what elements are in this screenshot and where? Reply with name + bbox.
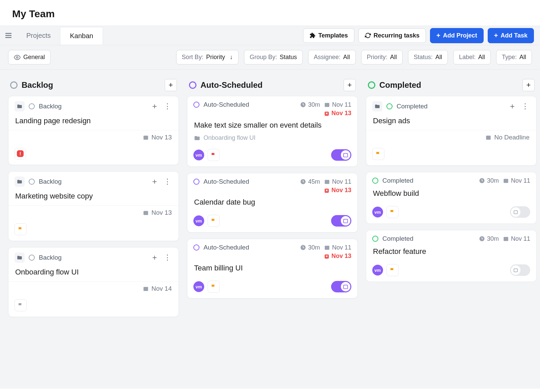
folder-icon [15, 253, 25, 263]
column-header: Completed + [366, 77, 537, 96]
kanban-board: Backlog + Backlog + ⋮ Landing page redes… [0, 70, 540, 389]
clock-icon [300, 244, 306, 251]
priority-filter[interactable]: Priority: All [361, 50, 403, 64]
task-title: Team billing UI [187, 262, 357, 277]
task-card[interactable]: Auto-Scheduled 30m Nov 11 Nov 13 Team bi… [187, 239, 358, 298]
flag-chip[interactable] [208, 281, 220, 293]
status-label: Backlog [39, 178, 62, 185]
flag-chip[interactable] [372, 148, 384, 160]
sort-by-selector[interactable]: Sort By: Priority ↓ [176, 50, 239, 64]
flag-chip[interactable] [15, 223, 27, 235]
clock-icon [479, 236, 485, 242]
flag-chip[interactable] [386, 264, 399, 276]
templates-button[interactable]: Templates [303, 28, 354, 43]
task-card[interactable]: Auto-Scheduled 45m Nov 11 Nov 13 Calenda… [187, 173, 358, 233]
column-backlog: Backlog + Backlog + ⋮ Landing page redes… [8, 77, 179, 381]
calendar-icon [143, 210, 149, 216]
svg-rect-20 [486, 136, 491, 140]
status-label: Completed [397, 103, 428, 110]
task-card[interactable]: Auto-Scheduled 30m Nov 11 Nov 13 Make te… [187, 96, 358, 167]
status-icon [29, 255, 35, 261]
card-menu-button[interactable]: ⋮ [162, 177, 172, 187]
status-icon [193, 102, 199, 108]
svg-rect-13 [325, 180, 329, 184]
assignee-avatar[interactable]: vm [372, 207, 383, 217]
calendar-icon [143, 286, 149, 292]
auto-schedule-toggle[interactable] [510, 206, 530, 218]
priority-badge[interactable]: ! [15, 148, 26, 159]
assignee-avatar[interactable]: vm [193, 150, 204, 160]
card-menu-button[interactable]: ⋮ [520, 101, 530, 111]
assignee-filter[interactable]: Assignee: All [308, 50, 356, 64]
svg-rect-15 [344, 219, 348, 223]
card-menu-button[interactable]: ⋮ [162, 101, 172, 111]
add-subtask-button[interactable]: + [151, 101, 158, 112]
task-card[interactable]: Backlog + ⋮ Landing page redesign Nov 13… [8, 96, 179, 165]
assignee-avatar[interactable]: vm [193, 215, 204, 226]
calendar-icon [485, 134, 491, 140]
auto-schedule-toggle[interactable] [331, 149, 351, 161]
flag-chip[interactable] [386, 206, 399, 218]
auto-schedule-toggle[interactable] [510, 264, 530, 276]
svg-rect-11 [344, 153, 348, 157]
duration-text: 30m [487, 235, 499, 242]
auto-schedule-toggle[interactable] [331, 215, 351, 227]
clock-icon [300, 179, 306, 185]
task-title: Webflow build [366, 187, 536, 203]
refresh-icon [365, 32, 371, 38]
tab-projects[interactable]: Projects [17, 27, 60, 44]
status-label: Completed [382, 235, 413, 242]
assignee-avatar[interactable]: vm [372, 265, 383, 276]
add-subtask-button[interactable]: + [151, 176, 158, 187]
menu-icon[interactable] [0, 31, 17, 40]
date-text: Nov 11 [511, 177, 530, 184]
recurring-label: Recurring tasks [374, 32, 420, 39]
add-card-button[interactable]: + [344, 79, 356, 91]
folder-icon [15, 101, 25, 111]
add-project-button[interactable]: + Add Project [430, 28, 484, 43]
status-label: Backlog [39, 254, 62, 261]
task-title: Make text size smaller on event details [187, 119, 357, 134]
calendar-icon [503, 178, 509, 184]
arrow-down-icon: ↓ [230, 54, 233, 61]
column-auto-scheduled: Auto-Scheduled + Auto-Scheduled 30m Nov … [187, 77, 358, 381]
overdue-icon [324, 188, 329, 193]
status-icon [29, 103, 35, 109]
task-card[interactable]: Backlog + ⋮ Marketing website copy Nov 1… [8, 171, 179, 241]
task-card[interactable]: Backlog + ⋮ Onboarding flow UI Nov 14 [8, 247, 179, 317]
label-filter[interactable]: Label: All [453, 50, 491, 64]
view-label: General [23, 54, 45, 61]
auto-schedule-toggle[interactable] [331, 281, 351, 292]
task-title: Refactor feature [366, 245, 536, 261]
tab-kanban[interactable]: Kanban [60, 27, 103, 45]
task-card[interactable]: Completed + ⋮ Design ads No Deadline [366, 96, 537, 166]
add-subtask-button[interactable]: + [151, 252, 158, 263]
column-title: Completed [379, 80, 421, 90]
overdue-icon [324, 111, 329, 116]
duration-text: 30m [308, 101, 320, 108]
group-by-selector[interactable]: Group By: Status [244, 50, 303, 64]
add-task-button[interactable]: + Add Task [488, 28, 534, 43]
column-title: Backlog [22, 80, 53, 90]
task-card[interactable]: Completed 30m Nov 11 Webflow build vm [366, 172, 537, 224]
deadline-text: Nov 14 [152, 285, 172, 292]
svg-rect-25 [504, 237, 508, 241]
add-card-button[interactable]: + [522, 79, 535, 91]
view-selector[interactable]: General [8, 50, 51, 64]
status-label: Auto-Scheduled [204, 244, 249, 251]
task-card[interactable]: Completed 30m Nov 11 Refactor feature vm [366, 230, 537, 282]
card-menu-button[interactable]: ⋮ [162, 253, 172, 263]
flag-chip[interactable] [15, 299, 27, 311]
recurring-button[interactable]: Recurring tasks [358, 28, 426, 43]
type-filter[interactable]: Type: All [496, 50, 532, 64]
date-text: Nov 11 [332, 244, 351, 251]
status-filter[interactable]: Status: All [408, 50, 448, 64]
add-card-button[interactable]: + [165, 79, 177, 91]
duration-text: 30m [487, 177, 499, 184]
templates-label: Templates [318, 32, 348, 39]
assignee-avatar[interactable]: vm [193, 281, 204, 292]
add-subtask-button[interactable]: + [509, 101, 516, 112]
flag-chip[interactable] [208, 149, 220, 161]
status-icon [193, 244, 199, 251]
flag-chip[interactable] [208, 215, 220, 227]
